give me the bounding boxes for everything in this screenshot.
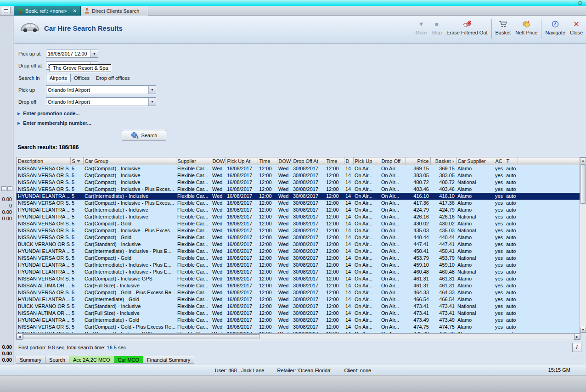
table-row[interactable]: BUICK VERANO OR S...5Car(Standard) - Inc… (17, 241, 580, 248)
navigate-button[interactable]: Navigate (543, 19, 567, 36)
column-header-car-group[interactable]: Car Group (83, 157, 176, 165)
search-button[interactable]: Search (122, 130, 166, 141)
bottom-tab-financial-summary[interactable]: Financial Summary (143, 356, 194, 364)
vertical-scrollbar[interactable]: ▲ ▼ (580, 157, 586, 333)
table-row[interactable]: NISSAN VERSA OR S...5Car(Compact) - Incl… (17, 275, 580, 282)
column-header-description[interactable]: Description (17, 157, 70, 165)
column-header-ac[interactable]: AC (494, 157, 505, 165)
cell (518, 255, 580, 262)
table-row[interactable]: NISSAN VERSA OR S...5Car(Compact) - Incl… (17, 200, 580, 207)
basket-button[interactable]: Basket (493, 19, 513, 36)
cell: 450.41 (406, 248, 430, 255)
minimize-icon[interactable]: — (569, 0, 575, 6)
chevron-down-icon[interactable]: ▼ (148, 86, 156, 94)
tab-booking-ref[interactable]: Book. ref.: <none> ✕ (14, 6, 81, 16)
bottom-tab-summary[interactable]: Summary (16, 356, 45, 364)
table-row[interactable]: NISSAN VERSA OR S...5Car(Compact) - Incl… (17, 227, 580, 234)
table-row[interactable]: NISSAN ALTIMA OR ...5Car(Full Size) - In… (17, 310, 580, 317)
table-row[interactable]: HYUNDAI ELANTRA ...5Car(Intermediate) - … (17, 213, 580, 220)
panel-pin-button[interactable] (1, 186, 6, 191)
promotion-code-expander[interactable]: ▶ Enter promotion code... (17, 111, 80, 116)
table-row[interactable]: HYUNDAI ELANTRA ...5Car(Intermediate) - … (17, 269, 580, 275)
table-row[interactable]: NISSAN VERSA OR S...5Car(Compact) - Gold… (17, 289, 580, 296)
column-header-t[interactable]: T (505, 157, 518, 165)
cell: 14 (344, 275, 353, 282)
column-header-supplier[interactable]: Supplier (176, 157, 211, 165)
info-button[interactable]: i (572, 343, 581, 352)
sort-icon (452, 161, 455, 162)
column-header-dow[interactable]: DOW (277, 157, 292, 165)
table-row[interactable]: NISSAN ALTIMA OR ...5Car(Full Size) - In… (17, 282, 580, 289)
bottom-tab-car-mco[interactable]: Car MCO (114, 356, 143, 364)
maximize-icon[interactable]: ▢ (577, 0, 583, 6)
table-row[interactable]: NISSAN VERSA OR S...5Car(Compact) - Gold… (17, 220, 580, 227)
stop-button[interactable]: ■ Stop (429, 19, 445, 36)
scroll-right-icon[interactable]: ▶ (574, 334, 580, 340)
column-header-time[interactable]: Time (258, 157, 277, 165)
erase-filtered-out-button[interactable]: Erase Filtered Out (444, 19, 490, 36)
cell: On Air... (380, 172, 406, 179)
panel-close-button[interactable] (7, 186, 12, 191)
search-in-offices[interactable]: Offices (71, 74, 93, 82)
membership-number-expander[interactable]: ▶ Enter membership number... (17, 120, 91, 126)
column-header-s[interactable]: S (70, 157, 83, 165)
cell: Alamo (456, 200, 494, 207)
column-header-basket[interactable]: Basket (430, 157, 456, 165)
search-in-dropoff-offices[interactable]: Drop off offices (93, 74, 133, 82)
table-row[interactable]: NISSAN VERSA OR S...5Car(Compact) - Incl… (17, 172, 580, 179)
panel-header: Car Hire Search Results ▼ More ■ Stop (14, 16, 586, 44)
scroll-up-icon[interactable]: ▲ (580, 157, 586, 163)
column-header-d[interactable]: D (344, 157, 353, 165)
column-header-dow[interactable]: DOW (211, 157, 225, 165)
cell: yes (494, 248, 505, 255)
chevron-down-icon[interactable]: ▼ (90, 50, 98, 57)
cell: 440.44 (430, 234, 456, 241)
cell: Flexible Car... (176, 186, 211, 193)
table-row[interactable]: NISSAN VERSA OR S...5Car(Compact) - Gold… (17, 255, 580, 262)
close-button[interactable]: ✕ Close (568, 19, 585, 36)
svg-text:*: * (528, 20, 530, 25)
filter-icon[interactable] (77, 160, 80, 162)
table-row[interactable]: HYUNDAI ELANTRA ...5Car(Intermediate) - … (17, 262, 580, 269)
table-row[interactable]: NISSAN VERSA OR S...5Car(Compact) - Incl… (17, 186, 580, 193)
scroll-left-icon[interactable]: ◀ (17, 334, 23, 340)
column-header-time[interactable]: Time (325, 157, 344, 165)
table-row[interactable]: NISSAN VERSA OR S...5Car(Compact) - Incl… (17, 179, 580, 186)
window-menu-button[interactable] (1, 7, 11, 14)
bottom-tab-search[interactable]: Search (45, 356, 69, 364)
column-header-pick-up[interactable]: Pick Up (353, 157, 380, 165)
table-row[interactable]: HYUNDAI ELANTRA ...5Car(Intermediate) - … (17, 296, 580, 303)
cell: 400.72 (406, 179, 430, 186)
table-row[interactable]: NISSAN VERSA OR S...5Car(Compact) - Incl… (17, 165, 580, 172)
pickup-combobox[interactable]: Orlando Intl Airport ▼ (46, 85, 156, 94)
column-header-drop-off-at[interactable]: Drop Off At (292, 157, 325, 165)
table-row[interactable]: NISSAN VERSA OR S...5Car(Compact) - Gold… (17, 324, 580, 330)
cell: On Air... (380, 193, 406, 200)
table-row[interactable]: HYUNDAI ELANTRA ...5Car(Intermediate) - … (17, 193, 580, 200)
column-header-pick-up-at[interactable]: Pick Up At (225, 157, 258, 165)
bottom-tab-acc-2a-2c-mco[interactable]: Acc 2A,2C MCO (69, 356, 114, 364)
table-row[interactable]: NISSAN VERSA OR S...5Car(Compact) - Gold… (17, 234, 580, 241)
table-row[interactable]: HYUNDAI ELANTRA ...5Car(Intermediate) - … (17, 248, 580, 255)
scroll-down-icon[interactable]: ▼ (580, 327, 586, 333)
dropoff-combobox[interactable]: Orlando Intl Airport ▼ (46, 97, 156, 106)
pickup-at-field[interactable]: 16/08/2017 12:00 ▼ (46, 50, 98, 58)
more-button[interactable]: ▼ More (413, 19, 429, 36)
column-header-price[interactable]: Price (406, 157, 430, 165)
chevron-down-icon[interactable]: ▼ (148, 98, 156, 106)
cell: yes (494, 317, 505, 324)
table-row[interactable]: HYUNDAI ELANTRA ...5Car(Intermediate) - … (17, 317, 580, 324)
column-header-drop-off[interactable]: Drop Off (380, 157, 406, 165)
tab-direct-clients-search[interactable]: Direct Clients Search (81, 6, 148, 16)
horizontal-scrollbar[interactable]: ◀ ▶ (16, 333, 580, 340)
vertical-scroll-thumb[interactable] (580, 164, 586, 204)
search-in-airports[interactable]: Airports (46, 74, 71, 82)
table-row[interactable]: BUICK VERANO OR S...5Car(Standard) - Inc… (17, 303, 580, 310)
horizontal-scroll-thumb[interactable] (23, 334, 259, 339)
tab-close-icon[interactable]: ✕ (73, 8, 77, 13)
cell: Wed (277, 310, 292, 317)
column-header-car-supplier[interactable]: Car Supplier (456, 157, 494, 165)
table-row[interactable]: HYUNDAI ELANTRA ...5Car(Intermediate) - … (17, 207, 580, 213)
cell: National (456, 303, 494, 310)
nett-price-button[interactable]: * Nett Price (513, 19, 540, 36)
